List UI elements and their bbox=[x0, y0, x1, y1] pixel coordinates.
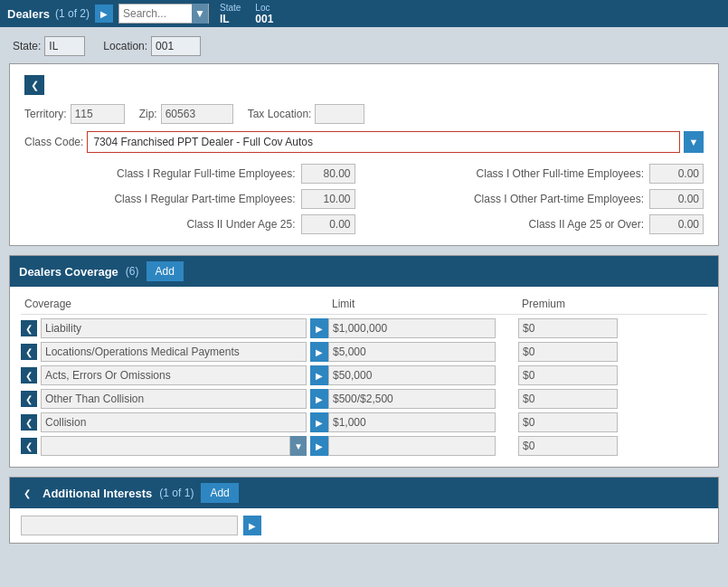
panel-collapse-button[interactable]: ❮ bbox=[24, 75, 44, 95]
coverage-limit-input[interactable] bbox=[328, 342, 496, 362]
coverage-dropdown-button[interactable]: ▼ bbox=[290, 436, 307, 456]
class1-regular-part-row: Class I Regular Part-time Employees: bbox=[24, 189, 355, 209]
additional-interests-body: ▶ bbox=[10, 508, 718, 543]
class2-under-input[interactable] bbox=[301, 214, 355, 234]
search-container: ▼ bbox=[118, 4, 209, 24]
class1-other-part-input[interactable] bbox=[649, 189, 704, 209]
employees-section: Class I Regular Full-time Employees: Cla… bbox=[24, 164, 704, 234]
col-premium: Premium bbox=[518, 298, 654, 310]
coverage-collapse-button[interactable]: ❮ bbox=[21, 391, 37, 407]
coverage-nav-button[interactable]: ▶ bbox=[310, 436, 328, 456]
location-input[interactable] bbox=[151, 36, 201, 56]
class-code-dropdown-button[interactable]: ▼ bbox=[684, 131, 704, 153]
table-row: ❮ ▶ bbox=[21, 365, 707, 385]
coverage-name-input[interactable] bbox=[41, 365, 307, 385]
coverage-table: Coverage Limit Premium ❮ ▶ bbox=[10, 287, 718, 467]
coverage-title: Dealers Coverage bbox=[19, 265, 118, 279]
class2-over-input[interactable] bbox=[649, 214, 704, 234]
table-row: ❮ ▶ bbox=[21, 318, 707, 338]
coverage-collapse-button[interactable]: ❮ bbox=[21, 367, 37, 383]
coverage-premium-input[interactable] bbox=[518, 412, 618, 432]
coverage-premium-cell bbox=[518, 389, 654, 409]
table-row: ❮ ▶ bbox=[21, 412, 707, 432]
state-input[interactable] bbox=[44, 36, 85, 56]
table-row: ❮ ▶ bbox=[21, 342, 707, 362]
territory-label: Territory: bbox=[24, 108, 67, 120]
territory-row: Territory: Zip: Tax Location: bbox=[24, 104, 704, 124]
class-code-row: Class Code: ▼ bbox=[24, 131, 704, 153]
coverage-limit-input[interactable] bbox=[328, 436, 496, 456]
class1-regular-full-input[interactable] bbox=[301, 164, 355, 184]
search-dropdown-button[interactable]: ▼ bbox=[192, 4, 208, 24]
additional-interests-section: ❮ Additional Interests (1 of 1) Add ▶ bbox=[9, 477, 719, 544]
coverage-name-input[interactable] bbox=[41, 342, 307, 362]
coverage-name-input[interactable] bbox=[41, 389, 307, 409]
coverage-premium-cell bbox=[518, 436, 654, 456]
class2-over-row: Class II Age 25 or Over: bbox=[373, 214, 704, 234]
class-code-input[interactable] bbox=[87, 131, 680, 153]
coverage-limit-input[interactable] bbox=[328, 365, 496, 385]
coverage-name-cell: ❮ ▼ ▶ bbox=[21, 436, 328, 456]
class2-under-row: Class II Under Age 25: bbox=[24, 214, 355, 234]
coverage-name-input[interactable] bbox=[41, 318, 307, 338]
state-label: State: bbox=[13, 40, 41, 52]
state-label: State bbox=[220, 3, 241, 13]
additional-interests-collapse-button[interactable]: ❮ bbox=[19, 485, 35, 501]
coverage-nav-button[interactable]: ▶ bbox=[310, 342, 328, 362]
coverage-name-cell: ❮ ▶ bbox=[21, 318, 328, 338]
coverage-limit-cell bbox=[328, 389, 518, 409]
coverage-premium-input[interactable] bbox=[518, 436, 618, 456]
coverage-collapse-button[interactable]: ❮ bbox=[21, 438, 37, 454]
tax-location-input[interactable] bbox=[315, 104, 364, 124]
coverage-nav-button[interactable]: ▶ bbox=[310, 389, 328, 409]
coverage-name-input[interactable] bbox=[41, 412, 307, 432]
territory-input[interactable] bbox=[71, 104, 125, 124]
coverage-section: Dealers Coverage (6) Add Coverage Limit … bbox=[9, 255, 719, 468]
coverage-nav-button[interactable]: ▶ bbox=[310, 318, 328, 338]
class1-other-full-input[interactable] bbox=[649, 164, 704, 184]
col-limit: Limit bbox=[328, 298, 518, 310]
class1-regular-full-row: Class I Regular Full-time Employees: bbox=[24, 164, 355, 184]
coverage-limit-input[interactable] bbox=[328, 389, 496, 409]
coverage-nav-button[interactable]: ▶ bbox=[310, 365, 328, 385]
coverage-premium-cell bbox=[518, 342, 654, 362]
additional-interests-count: (1 of 1) bbox=[159, 487, 194, 499]
header-bar: Dealers (1 of 2) ▶ ▼ State IL Loc 001 bbox=[0, 0, 728, 27]
coverage-premium-input[interactable] bbox=[518, 365, 618, 385]
coverage-limit-input[interactable] bbox=[328, 318, 496, 338]
coverage-header: Dealers Coverage (6) Add bbox=[10, 256, 718, 287]
coverage-premium-input[interactable] bbox=[518, 389, 618, 409]
additional-interests-add-button[interactable]: Add bbox=[201, 483, 238, 503]
coverage-name-select[interactable] bbox=[41, 436, 290, 456]
coverage-premium-input[interactable] bbox=[518, 342, 618, 362]
coverage-limit-cell bbox=[328, 412, 518, 432]
coverage-limit-input[interactable] bbox=[328, 412, 496, 432]
tax-location-field: Tax Location: bbox=[248, 104, 365, 124]
header-loc: Loc 001 bbox=[255, 3, 273, 25]
top-fields: State: Location: bbox=[9, 36, 719, 56]
table-row: ❮ ▶ bbox=[21, 389, 707, 409]
class1-other-full-row: Class I Other Full-time Employees: bbox=[373, 164, 704, 184]
location-label: Location: bbox=[103, 40, 147, 52]
header-state: State IL bbox=[220, 3, 241, 25]
coverage-collapse-button[interactable]: ❮ bbox=[21, 414, 37, 431]
class-code-label: Class Code: bbox=[24, 136, 83, 148]
additional-interests-title: Additional Interests bbox=[43, 487, 152, 500]
class1-regular-part-input[interactable] bbox=[301, 189, 355, 209]
next-record-button[interactable]: ▶ bbox=[95, 5, 113, 23]
coverage-nav-button[interactable]: ▶ bbox=[310, 412, 328, 432]
main-panel: ❮ Territory: Zip: Tax Location: Class Co… bbox=[9, 63, 719, 246]
zip-input[interactable] bbox=[161, 104, 233, 124]
col-coverage: Coverage bbox=[21, 298, 328, 310]
additional-interests-input[interactable] bbox=[21, 516, 238, 535]
coverage-premium-input[interactable] bbox=[518, 318, 618, 338]
coverage-collapse-button[interactable]: ❮ bbox=[21, 344, 37, 360]
coverage-add-button[interactable]: Add bbox=[147, 261, 184, 281]
main-content: State: Location: ❮ Territory: Zip: Tax L… bbox=[0, 27, 728, 587]
additional-interests-nav-button[interactable]: ▶ bbox=[243, 516, 261, 535]
additional-interests-header: ❮ Additional Interests (1 of 1) Add bbox=[10, 478, 718, 508]
search-input[interactable] bbox=[119, 7, 192, 20]
coverage-collapse-button[interactable]: ❮ bbox=[21, 320, 37, 336]
class1-regular-full-label: Class I Regular Full-time Employees: bbox=[117, 167, 295, 180]
coverage-name-cell: ❮ ▶ bbox=[21, 342, 328, 362]
